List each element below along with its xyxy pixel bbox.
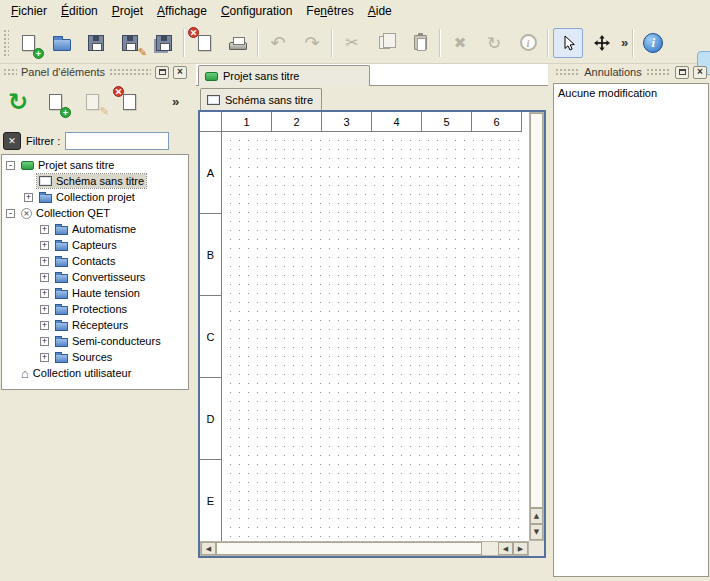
tree-item-haute-tension[interactable]: + Haute tension	[2, 285, 188, 301]
tree-item-recepteurs[interactable]: + Récepteurs	[2, 317, 188, 333]
new-file-icon	[22, 35, 35, 51]
menu-projet[interactable]: Projet	[105, 2, 150, 20]
paste-button[interactable]	[405, 28, 435, 58]
tree-item-collection-projet[interactable]: + Collection projet	[2, 189, 188, 205]
delete-button[interactable]: ✖	[445, 28, 475, 58]
pointer-select-button[interactable]	[553, 28, 583, 58]
menu-aide[interactable]: Aide	[361, 2, 399, 20]
expander-icon[interactable]: +	[40, 353, 49, 362]
scroll-down-button[interactable]: ▼	[530, 524, 543, 540]
expander-icon[interactable]: +	[40, 337, 49, 346]
menu-affichage[interactable]: Affichage	[150, 2, 214, 20]
dock-close-button[interactable]: ×	[693, 66, 707, 79]
close-file-button[interactable]: ✕	[189, 28, 219, 58]
new-element-button[interactable]: +	[39, 86, 71, 118]
clear-filter-button[interactable]: ✕	[3, 132, 21, 150]
expander-icon[interactable]: +	[40, 305, 49, 314]
scroll-right-button[interactable]: ▶	[513, 542, 528, 555]
tree-item-projet-sans-titre[interactable]: - Projet sans titre	[2, 157, 188, 173]
move-button[interactable]	[587, 28, 617, 58]
element-info-button[interactable]: i	[513, 28, 543, 58]
tree-item-schema-sans-titre[interactable]: Schéma sans titre	[2, 173, 188, 189]
scroll-left-button-2[interactable]: ◀	[498, 542, 513, 555]
tree-item-semi-conducteurs[interactable]: + Semi-conducteurs	[2, 333, 188, 349]
schema-window: 1 2 3 4 5 6 A B C D E ▲	[198, 110, 546, 558]
dock-float-button[interactable]	[155, 66, 169, 79]
tab-projet-sans-titre[interactable]: Projet sans titre	[198, 65, 370, 86]
toolbar-separator	[183, 29, 185, 57]
cross-badge-icon: ✕	[113, 86, 124, 97]
tree-item-collection-utilisateur[interactable]: Collection utilisateur	[2, 365, 188, 381]
expander-icon[interactable]: +	[40, 273, 49, 282]
toolbar-drag-handle[interactable]	[3, 29, 9, 57]
tree-item-protections[interactable]: + Protections	[2, 301, 188, 317]
menu-edition[interactable]: Édition	[54, 2, 105, 20]
scroll-up-button[interactable]: ▲	[530, 508, 543, 524]
vertical-scrollbar[interactable]: ▲ ▼	[529, 112, 544, 541]
expander-icon[interactable]: +	[40, 257, 49, 266]
save-button[interactable]	[81, 28, 111, 58]
new-file-button[interactable]: +	[13, 28, 43, 58]
filter-input[interactable]	[65, 132, 169, 150]
expander-icon[interactable]: +	[40, 225, 49, 234]
tree-item-capteurs[interactable]: + Capteurs	[2, 237, 188, 253]
expander-icon[interactable]: +	[40, 321, 49, 330]
tree-item-label: Haute tension	[72, 287, 140, 299]
dock-grip	[555, 68, 580, 76]
reload-icon: ↻	[8, 90, 28, 114]
horizontal-scrollbar[interactable]: ◀ ◀ ▶	[200, 541, 529, 556]
schema-grid-canvas[interactable]	[222, 132, 522, 541]
tree-item-content: Haute tension	[53, 286, 142, 300]
expander-icon[interactable]: -	[6, 209, 15, 218]
rotate-button[interactable]: ↻	[479, 28, 509, 58]
right-dock-titlebar[interactable]: Annulations ×	[552, 64, 710, 80]
expander-icon[interactable]: +	[24, 193, 33, 202]
element-info-icon: i	[520, 34, 537, 51]
expander-icon[interactable]: +	[40, 241, 49, 250]
left-dock-titlebar[interactable]: Panel d'éléments ×	[0, 64, 190, 80]
copy-button[interactable]	[371, 28, 401, 58]
scrollbar-track[interactable]	[482, 542, 498, 555]
mdi-area: Projet sans titre Schéma sans titre 1 2 …	[196, 64, 548, 581]
filter-row: ✕ Filtrer :	[3, 130, 169, 152]
about-info-button[interactable]: i	[638, 28, 668, 58]
tree-item-sources[interactable]: + Sources	[2, 349, 188, 365]
menu-fichier[interactable]: Fichier	[4, 2, 54, 20]
vertical-scrollbar-thumb[interactable]	[530, 113, 543, 508]
expander-icon[interactable]: +	[40, 289, 49, 298]
toolbar-more-chevron[interactable]: »	[621, 35, 628, 50]
open-button[interactable]	[47, 28, 77, 58]
tree-item-collection-qet[interactable]: - Collection QET	[2, 205, 188, 221]
menu-configuration[interactable]: Configuration	[214, 2, 299, 20]
float-icon	[159, 69, 166, 75]
cursor-arrow-icon	[560, 35, 576, 51]
scroll-left-button[interactable]: ◀	[201, 542, 216, 555]
save-all-button[interactable]	[149, 28, 179, 58]
undo-list-panel[interactable]: Aucune modification	[553, 83, 709, 577]
panel-more-chevron[interactable]: »	[172, 94, 179, 109]
reload-collections-button[interactable]: ↻	[2, 86, 34, 118]
menu-fenetres[interactable]: Fenêtres	[299, 2, 360, 20]
edit-element-button[interactable]: ✎	[76, 86, 108, 118]
redo-button[interactable]: ↷	[297, 28, 327, 58]
tree-item-contacts[interactable]: + Contacts	[2, 253, 188, 269]
expander-icon[interactable]: -	[6, 161, 15, 170]
tree-item-convertisseurs[interactable]: + Convertisseurs	[2, 269, 188, 285]
horizontal-scrollbar-thumb[interactable]	[216, 542, 482, 555]
save-as-button[interactable]: ✎	[115, 28, 145, 58]
right-dock-title: Annulations	[584, 66, 642, 78]
delete-element-button[interactable]: ✕	[113, 86, 145, 118]
ruler-column-label: 1	[222, 112, 272, 132]
close-file-icon	[198, 35, 211, 51]
cut-button[interactable]: ✂	[337, 28, 367, 58]
tab-schema-sans-titre[interactable]: Schéma sans titre	[200, 88, 322, 110]
dock-close-button[interactable]: ×	[173, 66, 187, 79]
save-as-icon	[122, 35, 138, 51]
delete-element-icon	[123, 94, 136, 110]
folder-icon	[55, 226, 68, 235]
tree-item-automatisme[interactable]: + Automatisme	[2, 221, 188, 237]
tree-item-label: Projet sans titre	[38, 159, 114, 171]
undo-button[interactable]: ↶	[263, 28, 293, 58]
print-button[interactable]	[223, 28, 253, 58]
dock-float-button[interactable]	[675, 66, 689, 79]
